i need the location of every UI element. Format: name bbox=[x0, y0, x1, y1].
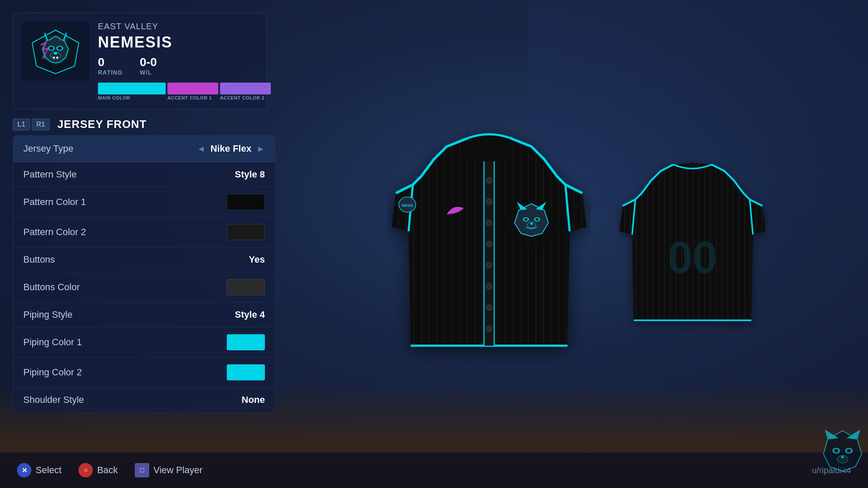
option-row-5[interactable]: Piping StyleStyle 4 bbox=[13, 302, 275, 327]
right-tab-button[interactable]: R1 bbox=[32, 119, 50, 130]
main-color-swatch bbox=[98, 83, 166, 94]
color-box-2[interactable] bbox=[227, 224, 265, 240]
option-label-6: Piping Color 1 bbox=[23, 337, 82, 348]
option-row-4[interactable]: Buttons Color bbox=[13, 272, 275, 302]
option-value-area-1 bbox=[227, 194, 265, 210]
tab-navigation: L1 R1 JERSEY FRONT bbox=[13, 118, 275, 131]
option-row-7[interactable]: Piping Color 2 bbox=[13, 358, 275, 388]
color-box-4[interactable] bbox=[227, 279, 265, 295]
option-text-value-8: None bbox=[242, 394, 265, 405]
option-label-7: Piping Color 2 bbox=[23, 367, 82, 378]
team-logo-icon bbox=[28, 28, 83, 75]
option-row-0[interactable]: Pattern StyleStyle 8 bbox=[13, 162, 275, 187]
main-color-block: MAIN COLOR bbox=[98, 83, 166, 100]
main-container: EAST VALLEY NEMESIS 0 RATING 0-0 W/L MAI… bbox=[0, 0, 868, 488]
tab-buttons: L1 R1 bbox=[13, 119, 50, 130]
team-info: EAST VALLEY NEMESIS 0 RATING 0-0 W/L MAI… bbox=[98, 22, 271, 100]
svg-point-47 bbox=[841, 456, 844, 458]
options-rows-container: Pattern StyleStyle 8Pattern Color 1Patte… bbox=[13, 162, 275, 412]
jersey-type-value: Nike Flex bbox=[211, 143, 252, 154]
option-text-value-0: Style 8 bbox=[235, 169, 265, 180]
option-value-area-7 bbox=[227, 364, 265, 380]
option-text-value-3: Yes bbox=[249, 254, 265, 265]
left-arrow-icon[interactable]: ◄ bbox=[197, 144, 206, 154]
option-value-area-6 bbox=[227, 334, 265, 350]
accent1-color-block: ACCENT COLOR 1 bbox=[167, 83, 218, 100]
option-value-area-8: None bbox=[242, 394, 265, 405]
team-stats-row: 0 RATING 0-0 W/L bbox=[98, 55, 271, 76]
option-row-2[interactable]: Pattern Color 2 bbox=[13, 217, 275, 247]
option-label-2: Pattern Color 2 bbox=[23, 227, 86, 238]
svg-point-10 bbox=[54, 52, 57, 55]
rating-block: 0 RATING bbox=[98, 55, 123, 76]
color-box-1[interactable] bbox=[227, 194, 265, 210]
accent2-color-swatch bbox=[220, 83, 271, 94]
option-row-6[interactable]: Piping Color 1 bbox=[13, 327, 275, 358]
option-value-area-3: Yes bbox=[249, 254, 265, 265]
option-label-5: Piping Style bbox=[23, 309, 72, 320]
option-row-1[interactable]: Pattern Color 1 bbox=[13, 187, 275, 217]
right-arrow-icon[interactable]: ► bbox=[256, 144, 265, 154]
corner-logo bbox=[783, 403, 868, 488]
rating-value: 0 bbox=[98, 55, 123, 69]
option-label-4: Buttons Color bbox=[23, 282, 80, 293]
svg-point-44 bbox=[834, 449, 838, 452]
option-label-0: Pattern Style bbox=[23, 169, 77, 180]
active-tab-title: JERSEY FRONT bbox=[57, 118, 147, 131]
options-panel: Jersey Type ◄ Nike Flex ► Pattern StyleS… bbox=[13, 135, 275, 413]
team-card: EAST VALLEY NEMESIS 0 RATING 0-0 W/L MAI… bbox=[13, 13, 267, 109]
main-color-label: MAIN COLOR bbox=[98, 95, 166, 100]
team-name: NEMESIS bbox=[98, 35, 271, 50]
svg-point-45 bbox=[847, 449, 851, 452]
color-swatches: MAIN COLOR ACCENT COLOR 1 ACCENT COLOR 2 bbox=[98, 83, 271, 100]
left-tab-button[interactable]: L1 bbox=[13, 119, 30, 130]
option-label-8: Shoulder Style bbox=[23, 394, 84, 405]
team-logo-area bbox=[22, 22, 89, 81]
accent2-color-block: ACCENT COLOR 2 bbox=[220, 83, 271, 100]
color-box-7[interactable] bbox=[227, 364, 265, 380]
wl-label: W/L bbox=[140, 69, 157, 76]
option-value-area-2 bbox=[227, 224, 265, 240]
record-block: 0-0 W/L bbox=[140, 55, 157, 76]
color-box-6[interactable] bbox=[227, 334, 265, 350]
jersey-type-row[interactable]: Jersey Type ◄ Nike Flex ► bbox=[13, 136, 275, 162]
jersey-type-label: Jersey Type bbox=[23, 143, 73, 154]
option-label-3: Buttons bbox=[23, 254, 55, 265]
option-value-area-4 bbox=[227, 279, 265, 295]
accent1-color-label: ACCENT COLOR 1 bbox=[167, 95, 218, 100]
record-value: 0-0 bbox=[140, 55, 157, 69]
accent1-color-swatch bbox=[167, 83, 218, 94]
option-value-area-0: Style 8 bbox=[235, 169, 265, 180]
option-text-value-5: Style 4 bbox=[235, 309, 265, 320]
accent2-color-label: ACCENT COLOR 2 bbox=[220, 95, 271, 100]
option-label-1: Pattern Color 1 bbox=[23, 197, 86, 208]
option-row-3[interactable]: ButtonsYes bbox=[13, 247, 275, 272]
option-row-8[interactable]: Shoulder StyleNone bbox=[13, 388, 275, 412]
jersey-type-nav: ◄ Nike Flex ► bbox=[197, 143, 265, 154]
rating-label: RATING bbox=[98, 69, 123, 76]
svg-point-7 bbox=[49, 47, 53, 50]
svg-point-8 bbox=[58, 47, 62, 50]
team-location: EAST VALLEY bbox=[98, 22, 271, 31]
option-value-area-5: Style 4 bbox=[235, 309, 265, 320]
